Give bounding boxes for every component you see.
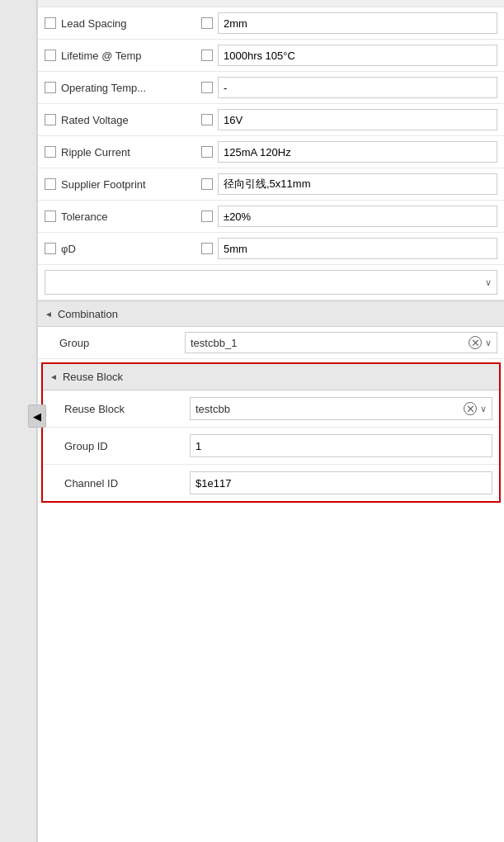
lead-spacing-value-checkbox[interactable] xyxy=(201,17,213,29)
operating-temp-checkbox[interactable] xyxy=(45,82,56,93)
main-panel: Lead Spacing Lifetime @ Temp Operating T… xyxy=(37,0,504,842)
combination-section-header[interactable]: ◄ Combination xyxy=(38,300,504,327)
ripple-current-value-checkbox[interactable] xyxy=(201,146,213,158)
chevron-down-icon: ∨ xyxy=(485,277,492,288)
tolerance-checkbox[interactable] xyxy=(45,210,56,222)
reuse-block-clear-icon: ✕ xyxy=(466,403,475,415)
properties-list: Lead Spacing Lifetime @ Temp Operating T… xyxy=(38,7,504,503)
table-row: Operating Temp... xyxy=(38,72,504,104)
reuse-block-name-dropdown[interactable]: testcbb ✕ ∨ xyxy=(190,397,492,420)
rated-voltage-value-checkbox[interactable] xyxy=(201,114,213,125)
table-row: φD xyxy=(38,233,504,265)
left-sidebar: ◀ xyxy=(0,0,37,842)
group-dropdown[interactable]: testcbb_1 ✕ ∨ xyxy=(185,332,497,353)
rated-voltage-label: Rated Voltage xyxy=(61,114,201,126)
channel-id-row: Channel ID xyxy=(43,465,499,501)
lifetime-value-checkbox[interactable] xyxy=(201,50,213,61)
table-row: Rated Voltage xyxy=(38,104,504,136)
reuse-block-section-header[interactable]: ◄ Reuse Block xyxy=(43,364,499,390)
lifetime-input[interactable] xyxy=(218,45,497,66)
reuse-block-name-label: Reuse Block xyxy=(49,403,190,415)
channel-id-label: Channel ID xyxy=(49,477,190,490)
table-row: Lifetime @ Temp xyxy=(38,40,504,72)
circle-x-icon: ✕ xyxy=(471,337,480,349)
collapse-button[interactable]: ◀ xyxy=(28,404,46,428)
reuse-block-clear-button[interactable]: ✕ xyxy=(464,402,477,415)
supplier-footprint-input[interactable] xyxy=(218,173,497,195)
supplier-footprint-value-checkbox[interactable] xyxy=(201,178,213,190)
extra-dropdown[interactable]: ∨ xyxy=(45,270,497,295)
combination-triangle-icon: ◄ xyxy=(45,310,53,319)
group-chevron-down-icon: ∨ xyxy=(485,338,492,348)
reuse-block-chevron-down-icon: ∨ xyxy=(480,404,487,414)
reuse-block-section-title: Reuse Block xyxy=(63,371,123,383)
collapse-icon: ◀ xyxy=(33,410,41,423)
operating-temp-label: Operating Temp... xyxy=(61,82,201,94)
group-id-row: Group ID xyxy=(43,428,499,465)
operating-temp-input[interactable] xyxy=(218,77,497,98)
group-icons: ✕ ∨ xyxy=(469,336,492,349)
lead-spacing-label: Lead Spacing xyxy=(61,17,201,30)
operating-temp-value-checkbox[interactable] xyxy=(201,82,213,93)
ripple-current-label: Ripple Current xyxy=(61,146,201,158)
group-id-input[interactable] xyxy=(190,434,492,457)
phid-checkbox[interactable] xyxy=(45,243,56,254)
reuse-block-name-icons: ✕ ∨ xyxy=(464,402,487,415)
table-row: Lead Spacing xyxy=(38,7,504,40)
phid-value-checkbox[interactable] xyxy=(201,243,213,254)
supplier-footprint-checkbox[interactable] xyxy=(45,178,56,190)
reuse-block-name-row: Reuse Block testcbb ✕ ∨ xyxy=(43,390,499,428)
ripple-current-input[interactable] xyxy=(218,141,497,163)
channel-id-input[interactable] xyxy=(190,471,492,494)
reuse-block-triangle-icon: ◄ xyxy=(49,372,58,381)
group-row: Group testcbb_1 ✕ ∨ xyxy=(38,327,504,359)
rated-voltage-input[interactable] xyxy=(218,109,497,130)
tolerance-value-checkbox[interactable] xyxy=(201,210,213,222)
group-clear-button[interactable]: ✕ xyxy=(469,336,482,349)
phid-input[interactable] xyxy=(218,238,497,259)
supplier-footprint-label: Supplier Footprint xyxy=(61,178,201,191)
group-value: testcbb_1 xyxy=(191,337,237,349)
tolerance-label: Tolerance xyxy=(61,210,201,223)
rated-voltage-checkbox[interactable] xyxy=(45,114,56,125)
tolerance-input[interactable] xyxy=(218,206,497,227)
lead-spacing-checkbox[interactable] xyxy=(45,17,56,29)
group-label: Group xyxy=(45,337,185,349)
table-row: Tolerance xyxy=(38,201,504,233)
reuse-block-container: ◄ Reuse Block Reuse Block testcbb ✕ ∨ xyxy=(41,362,501,503)
lead-spacing-input[interactable] xyxy=(218,12,497,34)
combination-section-title: Combination xyxy=(58,308,118,320)
reuse-block-name-value: testcbb xyxy=(195,403,230,415)
lifetime-label: Lifetime @ Temp xyxy=(61,50,201,62)
extra-dropdown-row: ∨ xyxy=(38,265,504,300)
ripple-current-checkbox[interactable] xyxy=(45,146,56,158)
table-row: Ripple Current xyxy=(38,136,504,168)
table-row: Supplier Footprint xyxy=(38,168,504,201)
group-id-label: Group ID xyxy=(49,440,190,452)
lifetime-checkbox[interactable] xyxy=(45,50,56,61)
phid-label: φD xyxy=(61,243,201,255)
